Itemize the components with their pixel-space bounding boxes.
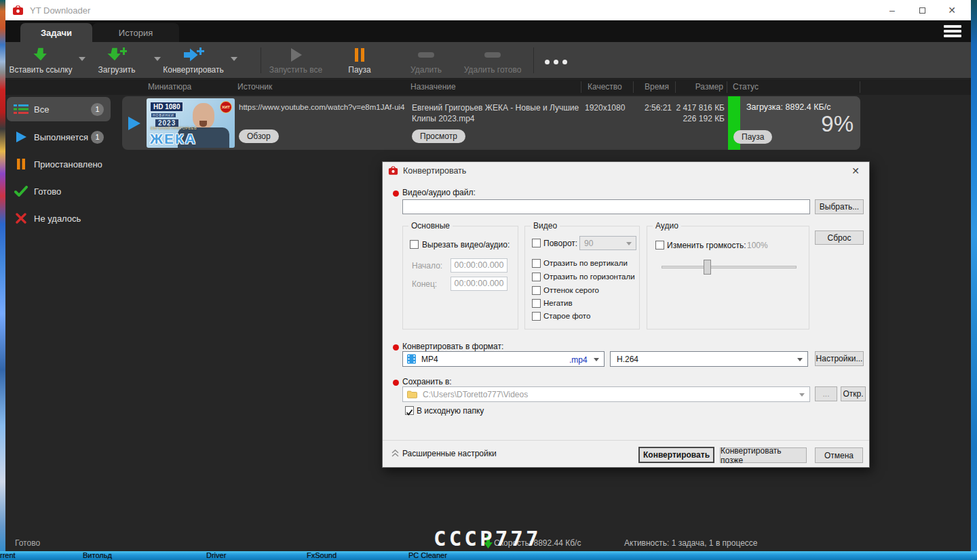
volume-checkbox[interactable] — [655, 241, 664, 249]
negative-checkbox[interactable] — [532, 299, 541, 308]
desktop-left-strip — [0, 0, 5, 560]
flip-vertical-checkbox[interactable] — [532, 259, 541, 268]
cancel-button[interactable]: Отмена — [815, 447, 863, 463]
minimize-button[interactable]: – — [877, 0, 907, 20]
folder-icon — [407, 391, 417, 399]
checkmark-icon — [406, 409, 413, 416]
save-path: C:\Users\DToretto777\Videos — [423, 390, 528, 399]
row-preview-button[interactable]: Просмотр — [412, 129, 465, 143]
sidebar-item-failed[interactable]: Не удалось — [7, 206, 111, 231]
convert-icon — [183, 47, 204, 63]
old-photo-checkbox[interactable] — [532, 312, 541, 321]
dialog-title-bar: Конвертировать ✕ — [383, 162, 869, 180]
convert-button[interactable]: Конвертировать — [156, 45, 231, 76]
convert-dropdown-caret[interactable] — [231, 57, 237, 61]
table-header: Миниатюра Источник Назначение Качество В… — [5, 79, 971, 95]
save-path-select[interactable]: C:\Users\DToretto777\Videos — [402, 386, 810, 402]
taskbar-item[interactable]: FxSound — [307, 551, 337, 559]
row-source-url: https://www.youtube.com/watch?v=e8m1JAf-… — [239, 102, 405, 113]
choose-file-button[interactable]: Выбрать... — [815, 199, 864, 214]
window-title: YT Downloader — [30, 5, 90, 16]
thumb-hd-badge: HD 1080 — [150, 102, 183, 112]
toolbar: Вставить ссылку Загрузить Конвертирова — [5, 42, 971, 79]
paste-link-dropdown-caret[interactable] — [79, 57, 85, 61]
grayscale-checkbox[interactable] — [532, 286, 541, 295]
header-status: Статус — [733, 82, 759, 92]
rotate-select[interactable]: 90 — [579, 236, 636, 250]
thumb-hit-badge: ХИТ — [220, 101, 232, 113]
tab-history[interactable]: История — [92, 23, 179, 42]
more-actions-button[interactable] — [545, 60, 567, 64]
group-basic: Основные Вырезать видео/аудио: Начало: 0… — [402, 226, 518, 329]
dialog-tv-icon — [388, 166, 398, 176]
delete-done-icon — [484, 47, 501, 63]
table-row[interactable]: HD 1080 НОВИНКИ 2023 ХИТ ЕВГЕНИЙ ГРИГОРЬ… — [122, 96, 860, 150]
download-button[interactable]: Загрузить — [89, 45, 145, 76]
advanced-settings-toggle[interactable]: Расширенные настройки — [402, 449, 497, 458]
advanced-chevrons-icon — [391, 449, 400, 458]
video-thumbnail: HD 1080 НОВИНКИ 2023 ХИТ ЕВГЕНИЙ ГРИГОРЬ… — [147, 98, 235, 148]
maximize-button[interactable] — [907, 0, 937, 20]
taskbar-item[interactable]: PC Cleaner — [408, 551, 447, 559]
convert-confirm-button[interactable]: Конвертировать — [638, 447, 714, 463]
header-quality: Качество — [588, 82, 622, 92]
rotate-checkbox[interactable] — [532, 239, 541, 247]
volume-slider-handle[interactable] — [704, 260, 711, 275]
group-video: Видео Поворот: 90 Отразить по вертикали … — [524, 226, 640, 329]
film-icon — [406, 354, 417, 364]
watermark-text: CCCP777 — [434, 526, 541, 551]
taskbar-item[interactable]: Витольд — [83, 551, 112, 559]
sidebar-item-done[interactable]: Готово — [7, 179, 111, 203]
desktop-right-strip — [971, 0, 977, 560]
convert-later-button[interactable]: Конвертировать позже — [720, 447, 807, 463]
paste-link-button[interactable]: Вставить ссылку — [5, 45, 76, 76]
browse-button[interactable]: ... — [815, 386, 837, 401]
close-button[interactable]: ✕ — [937, 0, 967, 20]
codec-select[interactable]: H.264 — [610, 351, 808, 367]
flip-horizontal-checkbox[interactable] — [532, 273, 541, 281]
tab-tasks[interactable]: Задачи — [20, 23, 92, 42]
start-all-button[interactable]: Запустить все — [262, 45, 330, 76]
header-time: Время — [645, 82, 669, 92]
open-folder-button[interactable]: Откр. — [841, 386, 866, 401]
pause-button[interactable]: Пауза — [339, 45, 381, 76]
taskbar-item[interactable]: Driver — [206, 551, 226, 559]
sidebar-item-running[interactable]: Выполняется 1 — [7, 125, 111, 149]
required-dot-format — [393, 344, 399, 351]
reset-button[interactable]: Сброс — [815, 231, 864, 245]
same-folder-checkbox[interactable] — [405, 406, 414, 415]
thumb-title: ЖЕКА — [150, 131, 197, 147]
cut-checkbox[interactable] — [410, 240, 419, 249]
app-tv-icon — [12, 5, 24, 16]
row-size: 2 417 816 КБ 226 192 КБ — [650, 102, 725, 124]
sidebar-item-all[interactable]: Все 1 — [7, 97, 111, 121]
status-activity: Активность: 1 задача, 1 в процессе — [624, 538, 758, 548]
sidebar-item-paused[interactable]: Приостановлено — [7, 152, 111, 176]
menu-icon[interactable] — [944, 25, 961, 37]
convert-dialog: Конвертировать ✕ Видео/аудио файл: Выбра… — [382, 161, 870, 468]
taskbar-item[interactable]: rrent — [0, 551, 16, 559]
header-thumbnail: Миниатюра — [148, 82, 191, 92]
row-play-button[interactable] — [126, 115, 141, 134]
row-percent: 9% — [821, 111, 854, 137]
header-source: Источник — [237, 82, 272, 92]
format-select[interactable]: MP4 .mp4 — [402, 351, 605, 367]
file-input[interactable] — [402, 199, 810, 214]
start-all-icon — [288, 47, 303, 63]
volume-slider-track[interactable] — [662, 266, 797, 268]
row-pause-button[interactable]: Пауза — [733, 130, 772, 144]
delete-icon — [417, 47, 435, 63]
delete-done-button[interactable]: Удалить готово — [459, 45, 526, 76]
row-overview-button[interactable]: Обзор — [239, 129, 279, 143]
delete-button[interactable]: Удалить — [399, 45, 453, 76]
screen: YT Downloader – ✕ Задачи История В — [0, 0, 977, 560]
desktop-taskbar: rrent Витольд Driver FxSound PC Cleaner — [0, 551, 977, 560]
paused-icon — [14, 158, 28, 170]
start-time-field[interactable]: 00:00:00.000 — [451, 258, 507, 273]
end-time-field[interactable]: 00:00:00.000 — [451, 277, 507, 291]
settings-button[interactable]: Настройки... — [815, 351, 864, 366]
dialog-title: Конвертировать — [403, 166, 466, 176]
paste-link-icon — [33, 47, 49, 63]
row-quality: 1920x1080 — [585, 102, 625, 113]
dialog-close-icon[interactable]: ✕ — [849, 165, 862, 177]
